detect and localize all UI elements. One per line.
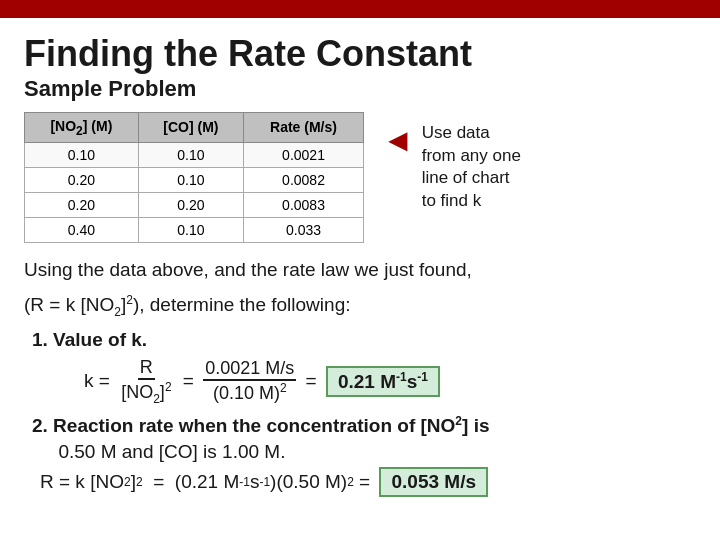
fraction-2: 0.0021 M/s (0.10 M)2 <box>203 358 296 404</box>
fraction-numerator: R <box>138 357 155 380</box>
fraction-den-2: (0.10 M)2 <box>211 381 289 404</box>
data-table: [NO2] (M) [CO] (M) Rate (M/s) 0.100.100.… <box>24 112 364 244</box>
table-row: 0.200.200.0083 <box>25 193 364 218</box>
step1-result: 0.21 M-1s-1 <box>326 366 440 397</box>
col-header-no2: [NO2] (M) <box>25 112 139 143</box>
table-section: [NO2] (M) [CO] (M) Rate (M/s) 0.100.100.… <box>24 112 696 244</box>
fraction-denominator: [NO2]2 <box>119 380 173 406</box>
fraction-num-2: 0.0021 M/s <box>203 358 296 381</box>
subtitle: Sample Problem <box>24 76 696 102</box>
cell-1-1: 0.10 <box>138 168 243 193</box>
body-text-1: Using the data above, and the rate law w… <box>24 257 696 284</box>
cell-1-0: 0.20 <box>25 168 139 193</box>
table-row: 0.200.100.0082 <box>25 168 364 193</box>
cell-1-2: 0.0082 <box>244 168 364 193</box>
col-header-co: [CO] (M) <box>138 112 243 143</box>
step2-math: R = k [NO2]2 = (0.21 M-1s-1)(0.50 M)2 = … <box>40 467 696 497</box>
arrow-icon: ◄ <box>382 124 414 156</box>
content-area: Finding the Rate Constant Sample Problem… <box>0 18 720 513</box>
step2-label: 2. Reaction rate when the concentration … <box>32 414 696 437</box>
step2-number: 2. Reaction rate when the concentration … <box>32 415 489 436</box>
col-header-rate: Rate (M/s) <box>244 112 364 143</box>
top-bar <box>0 0 720 18</box>
table-row: 0.100.100.0021 <box>25 143 364 168</box>
note-text: Use datafrom any oneline of chartto find… <box>422 122 521 214</box>
step2-sub: 0.50 M and [CO] is 1.00 M. <box>32 441 696 463</box>
cell-2-1: 0.20 <box>138 193 243 218</box>
step2-result: 0.053 M/s <box>379 467 488 497</box>
cell-2-2: 0.0083 <box>244 193 364 218</box>
fraction-1: R [NO2]2 <box>119 357 173 406</box>
cell-0-1: 0.10 <box>138 143 243 168</box>
cell-3-1: 0.10 <box>138 218 243 243</box>
arrow-note: ◄ Use datafrom any oneline of chartto fi… <box>382 114 521 214</box>
cell-0-0: 0.10 <box>25 143 139 168</box>
body-text-2: (R = k [NO2]2), determine the following: <box>24 292 696 321</box>
step1-number: 1. Value of k. <box>32 329 147 350</box>
cell-2-0: 0.20 <box>25 193 139 218</box>
step1-label: 1. Value of k. <box>32 329 696 351</box>
table-row: 0.400.100.033 <box>25 218 364 243</box>
cell-3-2: 0.033 <box>244 218 364 243</box>
step1-math: k = R [NO2]2 = 0.0021 M/s (0.10 M)2 = 0.… <box>84 357 696 406</box>
cell-0-2: 0.0021 <box>244 143 364 168</box>
cell-3-0: 0.40 <box>25 218 139 243</box>
main-title: Finding the Rate Constant <box>24 34 696 74</box>
